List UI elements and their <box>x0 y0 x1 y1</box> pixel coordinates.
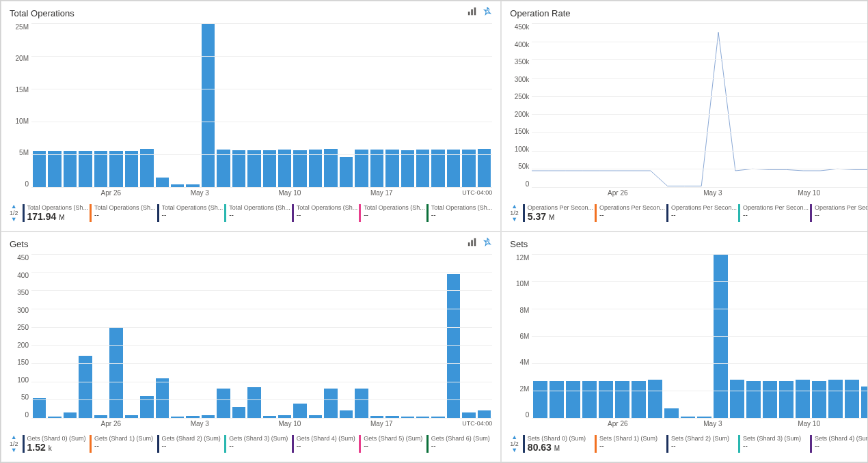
legend-item[interactable]: Operations Per Secon...-- <box>810 204 868 222</box>
bar[interactable] <box>648 380 662 418</box>
legend-item[interactable]: Sets (Shard 1) (Sum)-- <box>595 435 665 453</box>
bar[interactable] <box>79 151 92 187</box>
bar[interactable] <box>340 410 353 418</box>
legend-item[interactable]: Sets (Shard 3) (Sum)-- <box>738 435 809 453</box>
bar[interactable] <box>431 150 444 187</box>
bar[interactable] <box>812 381 826 418</box>
legend-item[interactable]: Gets (Shard 0) (Sum)1.52 k <box>23 435 89 453</box>
bar[interactable] <box>156 178 169 187</box>
legend-item[interactable]: Gets (Shard 3) (Sum)-- <box>224 435 290 453</box>
legend-item[interactable]: Total Operations (Sh...-- <box>426 204 493 222</box>
chevron-up-icon[interactable]: ▲ <box>11 204 17 210</box>
legend-item[interactable]: Operations Per Secon...-- <box>595 204 665 222</box>
legend-item[interactable]: Gets (Shard 2) (Sum)-- <box>157 435 223 453</box>
bar[interactable] <box>664 408 679 418</box>
bar[interactable] <box>779 381 794 418</box>
bar[interactable] <box>416 150 429 187</box>
legend-item[interactable]: Gets (Shard 4) (Sum)-- <box>292 435 358 453</box>
bar[interactable] <box>730 380 744 418</box>
pin-icon[interactable] <box>483 7 492 19</box>
bar[interactable] <box>232 150 245 187</box>
legend-item[interactable]: Total Operations (Sh...171.94 M <box>23 204 89 222</box>
bar[interactable] <box>599 381 613 418</box>
legend-item[interactable]: Total Operations (Sh...-- <box>292 204 358 222</box>
chevron-up-icon[interactable]: ▲ <box>511 434 517 440</box>
bar[interactable] <box>309 150 322 187</box>
legend-item[interactable]: Gets (Shard 1) (Sum)-- <box>90 435 156 453</box>
bar[interactable] <box>94 151 107 187</box>
bar[interactable] <box>533 381 547 418</box>
chevron-down-icon[interactable]: ▼ <box>511 447 517 453</box>
bar[interactable] <box>550 381 564 418</box>
bar[interactable] <box>64 412 77 418</box>
bar[interactable] <box>478 410 491 418</box>
bar[interactable] <box>247 387 260 418</box>
bar[interactable] <box>746 381 761 418</box>
legend-item[interactable]: Total Operations (Sh...-- <box>90 204 156 222</box>
bar[interactable] <box>33 398 46 418</box>
bar[interactable] <box>796 380 810 418</box>
bar[interactable] <box>33 151 46 187</box>
bar[interactable] <box>582 381 597 418</box>
bar[interactable] <box>109 151 122 187</box>
bar[interactable] <box>293 404 306 418</box>
bar[interactable] <box>79 356 92 418</box>
bar[interactable] <box>370 150 383 187</box>
legend-item[interactable]: Total Operations (Sh...-- <box>359 204 425 222</box>
legend-item[interactable]: Operations Per Secon...5.37 M <box>523 204 593 222</box>
bar[interactable] <box>632 381 646 418</box>
bar[interactable] <box>202 23 215 187</box>
plot-area[interactable] <box>532 23 868 188</box>
legend-item[interactable]: Sets (Shard 4) (Sum)-- <box>810 435 868 453</box>
bar[interactable] <box>340 157 353 187</box>
chart-type-icon[interactable] <box>467 7 477 19</box>
bar[interactable] <box>278 150 291 187</box>
bar[interactable] <box>355 389 368 418</box>
bar[interactable] <box>355 150 368 187</box>
chevron-up-icon[interactable]: ▲ <box>11 434 17 440</box>
bar[interactable] <box>763 381 777 418</box>
legend-item[interactable]: Total Operations (Sh...-- <box>157 204 223 222</box>
bar[interactable] <box>156 378 169 418</box>
bar[interactable] <box>447 274 460 418</box>
legend-item[interactable]: Operations Per Secon...-- <box>738 204 809 222</box>
bar[interactable] <box>401 150 414 187</box>
pin-icon[interactable] <box>483 238 492 250</box>
bar[interactable] <box>828 380 843 418</box>
bar[interactable] <box>566 381 580 418</box>
bar[interactable] <box>615 381 629 418</box>
legend-item[interactable]: Sets (Shard 0) (Sum)80.63 M <box>523 435 593 453</box>
bar[interactable] <box>125 151 138 187</box>
legend-pager[interactable]: ▲ 1/2 ▼ <box>510 204 519 223</box>
bar[interactable] <box>247 150 260 187</box>
bar[interactable] <box>462 150 475 187</box>
chevron-down-icon[interactable]: ▼ <box>11 216 17 223</box>
legend-pager[interactable]: ▲ 1/2 ▼ <box>10 204 18 223</box>
plot-area[interactable] <box>31 254 492 419</box>
chevron-down-icon[interactable]: ▼ <box>511 216 517 223</box>
bar[interactable] <box>217 150 230 187</box>
legend-item[interactable]: Gets (Shard 6) (Sum)-- <box>426 435 493 453</box>
bar[interactable] <box>217 389 230 418</box>
bar[interactable] <box>232 407 245 418</box>
legend-item[interactable]: Operations Per Secon...-- <box>666 204 737 222</box>
plot-area[interactable] <box>532 254 868 419</box>
legend-pager[interactable]: ▲ 1/2 ▼ <box>510 434 519 453</box>
bar[interactable] <box>293 150 306 187</box>
bar[interactable] <box>109 327 122 418</box>
legend-item[interactable]: Sets (Shard 2) (Sum)-- <box>666 435 737 453</box>
bar[interactable] <box>845 380 859 418</box>
legend-pager[interactable]: ▲ 1/2 ▼ <box>10 434 18 453</box>
bar[interactable] <box>64 151 77 187</box>
legend-item[interactable]: Gets (Shard 5) (Sum)-- <box>359 435 425 453</box>
bar[interactable] <box>324 389 337 418</box>
chart-type-icon[interactable] <box>467 238 477 250</box>
bar[interactable] <box>263 150 276 187</box>
legend-item[interactable]: Total Operations (Sh...-- <box>224 204 290 222</box>
plot-area[interactable] <box>31 23 492 188</box>
bar[interactable] <box>48 151 61 187</box>
chevron-down-icon[interactable]: ▼ <box>11 447 17 453</box>
bar[interactable] <box>447 150 460 187</box>
bar[interactable] <box>462 412 475 418</box>
chevron-up-icon[interactable]: ▲ <box>511 204 517 210</box>
